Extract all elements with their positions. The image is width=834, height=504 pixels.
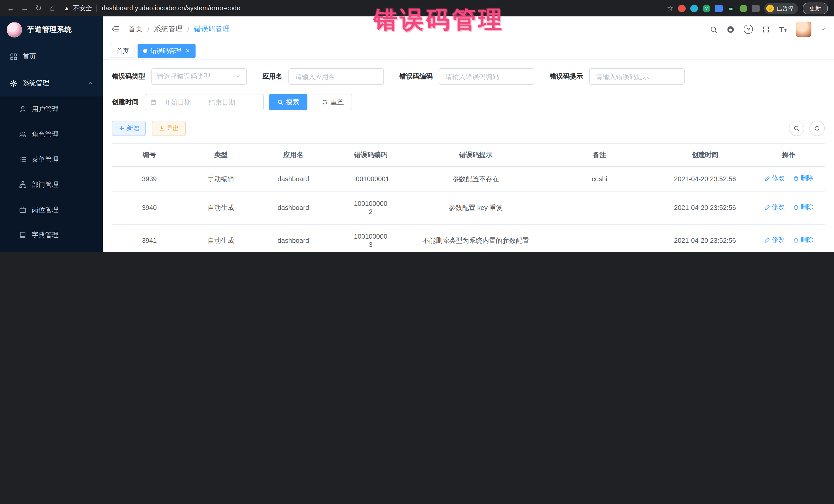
add-button[interactable]: 新增 <box>112 120 146 136</box>
breadcrumb-current: 错误码管理 <box>194 25 230 34</box>
breadcrumb: 首页 / 系统管理 / 错误码管理 <box>128 25 230 34</box>
delete-link[interactable]: 删除 <box>793 175 813 182</box>
font-size-icon[interactable]: TT <box>780 25 787 34</box>
sidebar-item-roles[interactable]: 角色管理 <box>0 122 103 147</box>
sidebar-item-label: 岗位管理 <box>32 205 59 214</box>
cell-code: 100100000 3 <box>332 224 410 252</box>
extensions-puzzle-icon[interactable] <box>752 4 760 12</box>
sidebar-item-departments[interactable]: 部门管理 <box>0 172 103 197</box>
col-header-app: 应用名 <box>255 144 331 167</box>
home-icon[interactable]: ⌂ <box>48 0 57 17</box>
error-msg-input[interactable] <box>595 72 679 81</box>
forward-icon[interactable]: → <box>20 0 29 17</box>
extension-icon-on[interactable]: on <box>727 4 735 12</box>
security-warning[interactable]: ▲ 不安全 <box>64 4 92 13</box>
tab-home[interactable]: 首页 <box>111 44 134 58</box>
fullscreen-icon[interactable] <box>762 25 770 33</box>
warning-icon: ▲ <box>64 5 70 12</box>
extension-icon-red[interactable] <box>678 4 686 12</box>
cell-actions: 修改 删除 <box>753 192 825 224</box>
address-bar[interactable]: dashboard.yudao.iocoder.cn/system/error-… <box>102 5 240 12</box>
edit-link[interactable]: 修改 <box>764 203 785 212</box>
edit-link[interactable]: 修改 <box>764 236 785 244</box>
divider <box>97 4 97 12</box>
sidebar-item-notices[interactable]: 通知公告 <box>0 247 103 252</box>
main-area: 首页 / 系统管理 / 错误码管理 ? TT <box>103 17 834 252</box>
sidebar-item-menus[interactable]: 菜单管理 <box>0 147 103 172</box>
cell-id: 3940 <box>112 192 187 224</box>
show-search-icon[interactable] <box>789 120 804 136</box>
cell-time: 2021-04-20 23:52:56 <box>657 192 753 224</box>
cell-msg: 参数配置不存在 <box>410 167 542 192</box>
help-icon[interactable]: ? <box>744 25 753 34</box>
refresh-icon[interactable] <box>809 120 825 136</box>
sidebar-item-system[interactable]: 系统管理 <box>0 70 103 96</box>
app-name-input[interactable] <box>294 72 378 81</box>
cell-time: 2021-04-20 23:52:56 <box>657 167 753 192</box>
error-type-label: 错误码类型 <box>112 72 145 81</box>
dashboard-icon <box>9 52 18 60</box>
breadcrumb-separator: / <box>187 25 190 34</box>
cell-app: dashboard <box>255 167 331 192</box>
export-button[interactable]: 导出 <box>152 120 186 136</box>
back-icon[interactable]: ← <box>6 0 15 17</box>
screen: 错误码管理 ← → ↻ ⌂ ▲ 不安全 dashboard.yudao.ioco… <box>0 0 834 252</box>
extension-icon-v[interactable]: V <box>703 4 710 12</box>
date-range-picker[interactable]: - <box>145 94 264 110</box>
browser-toolbar: ← → ↻ ⌂ ▲ 不安全 dashboard.yudao.iocoder.cn… <box>0 0 834 17</box>
delete-link[interactable]: 删除 <box>793 236 813 244</box>
table-row: 3941 自动生成 dashboard 100100000 3 不能删除类型为系… <box>112 224 825 252</box>
end-date-input[interactable] <box>204 98 240 107</box>
bookmark-star-icon[interactable]: ☆ <box>667 4 673 12</box>
edit-link[interactable]: 修改 <box>764 175 785 182</box>
tab-error-code[interactable]: 错误码管理 ✕ <box>137 44 196 58</box>
cell-remark <box>542 224 657 252</box>
close-icon[interactable]: ✕ <box>185 47 190 54</box>
cell-id: 3939 <box>112 167 187 192</box>
cell-code: 100100000 2 <box>332 192 410 224</box>
sidebar-item-dictionary[interactable]: 字典管理 <box>0 222 103 247</box>
tabs-bar: 首页 错误码管理 ✕ <box>103 42 834 60</box>
caret-down-icon[interactable] <box>821 27 826 32</box>
app-header: 首页 / 系统管理 / 错误码管理 ? TT <box>103 17 834 42</box>
breadcrumb-system[interactable]: 系统管理 <box>154 25 183 34</box>
search-button[interactable]: 搜索 <box>269 94 307 110</box>
logo: 芋道管理系统 <box>0 17 103 43</box>
reset-button[interactable]: 重置 <box>313 94 352 110</box>
extension-icon-grid[interactable] <box>715 4 723 12</box>
users-icon <box>19 130 27 138</box>
error-type-select[interactable]: 请选择错误码类型 <box>151 68 247 85</box>
filter-row-1: 错误码类型 请选择错误码类型 应用名 错误码编码 <box>112 68 825 85</box>
start-date-input[interactable] <box>160 98 196 107</box>
search-icon[interactable] <box>710 25 718 33</box>
profile-chip[interactable]: ☺ 已暂停 <box>764 3 798 14</box>
breadcrumb-home[interactable]: 首页 <box>128 25 143 34</box>
user-avatar[interactable] <box>796 22 811 37</box>
create-time-label: 创建时间 <box>112 97 138 107</box>
tab-label: 错误码管理 <box>150 46 181 55</box>
active-dot-icon <box>143 49 147 53</box>
browser-update-button[interactable]: 更新 <box>803 2 828 14</box>
extension-icon-drop[interactable] <box>690 4 698 12</box>
delete-link[interactable]: 删除 <box>793 203 813 212</box>
sidebar-item-posts[interactable]: 岗位管理 <box>0 197 103 222</box>
collapse-sidebar-icon[interactable] <box>111 25 120 34</box>
col-header-actions: 操作 <box>753 144 825 167</box>
menu-list-icon <box>19 155 27 163</box>
sidebar-item-label: 系统管理 <box>23 79 49 88</box>
cell-type: 手动编辑 <box>187 167 255 192</box>
sidebar: 芋道管理系统 首页 系统管理 用户管理 <box>0 17 103 252</box>
sidebar-item-home[interactable]: 首页 <box>0 43 103 70</box>
cell-msg: 不能删除类型为系统内置的参数配置 <box>410 224 542 252</box>
error-code-label: 错误码编码 <box>399 72 433 81</box>
reload-icon[interactable]: ↻ <box>34 0 43 17</box>
github-icon[interactable] <box>727 25 735 33</box>
org-tree-icon <box>19 181 27 188</box>
col-header-type: 类型 <box>187 144 255 167</box>
extension-icon-paw[interactable] <box>740 4 747 12</box>
table-body: 3939 手动编辑 dashboard 1001000001 参数配置不存在 c… <box>112 167 825 252</box>
sidebar-item-users[interactable]: 用户管理 <box>0 96 103 122</box>
table-row: 3940 自动生成 dashboard 100100000 2 参数配置 key… <box>112 192 825 224</box>
paused-badge-label: 已暂停 <box>776 4 793 12</box>
error-code-input[interactable] <box>444 72 529 81</box>
